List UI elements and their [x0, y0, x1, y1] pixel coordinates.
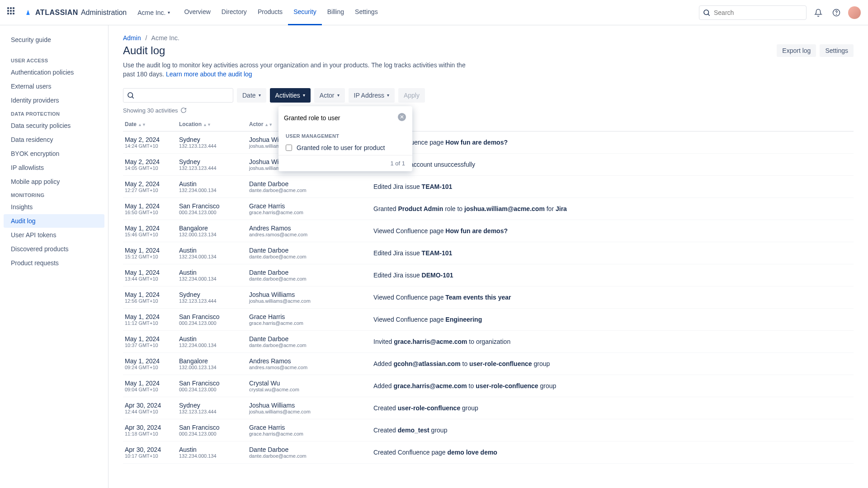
svg-point-0: [704, 10, 709, 15]
sidebar-item-mobile-app-policy[interactable]: Mobile app policy: [4, 175, 104, 188]
dropdown-section-header: USER MANAGEMENT: [278, 130, 412, 141]
dropdown-footer: 1 of 1: [278, 155, 412, 171]
table-row: May 1, 202413:44 GMT+10Austin132.234.000…: [123, 264, 854, 286]
filter-date[interactable]: Date▾: [237, 88, 266, 103]
activity-cell: Viewed Confluence page How fun are demos…: [373, 139, 852, 146]
col-date[interactable]: Date▲▼: [125, 121, 179, 127]
table-row: May 2, 202414:24 GMT+10Sydney132.123.123…: [123, 131, 854, 154]
filter-actor[interactable]: Actor▾: [314, 88, 345, 103]
audit-log-table: Date▲▼ Location▲▼ Actor▲▼ Activity May 2…: [123, 117, 854, 464]
topnav: ATLASSIAN Administration Acme Inc. ▾ Ove…: [0, 0, 868, 25]
brand-atlassian: ATLASSIAN: [35, 9, 78, 17]
sidebar-section: MONITORING: [4, 189, 104, 200]
option-checkbox[interactable]: [286, 145, 292, 151]
table-row: May 1, 202410:37 GMT+10Austin132.234.000…: [123, 331, 854, 353]
dropdown-option[interactable]: Granted role to user for product: [278, 141, 412, 155]
breadcrumb-admin[interactable]: Admin: [123, 34, 141, 42]
page-title: Audit log: [123, 44, 165, 57]
brand-admin: Administration: [81, 9, 127, 17]
sidebar-item-user-api-tokens[interactable]: User API tokens: [4, 228, 104, 242]
help-icon[interactable]: [830, 6, 843, 19]
sidebar-item-discovered-products[interactable]: Discovered products: [4, 242, 104, 256]
sidebar-item-audit-log[interactable]: Audit log: [4, 214, 104, 228]
option-label: Granted role to user for product: [297, 144, 385, 151]
chevron-down-icon: ▾: [303, 93, 305, 98]
chevron-down-icon: ▾: [387, 93, 389, 98]
topnav-tab-settings[interactable]: Settings: [349, 0, 383, 25]
export-log-button[interactable]: Export log: [777, 44, 816, 57]
org-switcher[interactable]: Acme Inc. ▾: [137, 9, 170, 16]
sidebar-item-ip-allowlists[interactable]: IP allowlists: [4, 161, 104, 174]
chevron-down-icon: ▾: [259, 93, 261, 98]
sidebar-item-identity-providers[interactable]: Identity providers: [4, 94, 104, 107]
col-activity: Activity: [373, 121, 852, 127]
sidebar-section: USER ACCESS: [4, 54, 104, 65]
table-row: May 1, 202415:12 GMT+10Austin132.234.000…: [123, 242, 854, 264]
sidebar-item-byok-encryption[interactable]: BYOK encryption: [4, 147, 104, 160]
org-name: Acme Inc.: [137, 9, 165, 16]
activity-cell: Viewed Confluence page How fun are demos…: [373, 227, 852, 235]
svg-point-4: [128, 93, 133, 98]
sidebar-item-data-security-policies[interactable]: Data security policies: [4, 119, 104, 132]
sidebar-item-external-users[interactable]: External users: [4, 80, 104, 93]
table-header: Date▲▼ Location▲▼ Actor▲▼ Activity: [123, 117, 854, 131]
topnav-search: [699, 5, 807, 20]
breadcrumb-org: Acme Inc.: [151, 34, 179, 42]
table-row: May 1, 202412:56 GMT+10Sydney132.123.123…: [123, 286, 854, 309]
svg-point-3: [836, 14, 837, 14]
refresh-icon[interactable]: [180, 107, 187, 113]
global-search-input[interactable]: [699, 5, 807, 20]
table-row: May 1, 202409:24 GMT+10Bangalore132.000.…: [123, 353, 854, 375]
filter-search: [123, 88, 233, 103]
activity-cell: Created Confluence page demo love demo: [373, 449, 852, 456]
filter-activities[interactable]: Activities▾: [270, 88, 311, 103]
sidebar-item-security-guide[interactable]: Security guide: [4, 33, 104, 47]
topnav-tab-directory[interactable]: Directory: [216, 0, 252, 25]
notifications-icon[interactable]: [812, 6, 825, 19]
svg-line-5: [132, 97, 134, 99]
sidebar-item-product-requests[interactable]: Product requests: [4, 256, 104, 270]
avatar[interactable]: [848, 6, 861, 19]
activity-cell: Viewed Confluence page Team events this …: [373, 294, 852, 301]
activity-cell: Logged in to account unsuccessfully: [373, 161, 852, 168]
breadcrumb: Admin / Acme Inc.: [123, 34, 854, 42]
table-row: May 1, 202411:12 GMT+10San Francisco000.…: [123, 309, 854, 331]
chevron-down-icon: ▾: [168, 10, 170, 15]
activity-cell: Created demo_test group: [373, 427, 852, 434]
activity-cell: Created user-role-confluence group: [373, 404, 852, 412]
table-row: May 1, 202415:46 GMT+10Bangalore132.000.…: [123, 220, 854, 242]
table-row: Apr 30, 202411:18 GMT+10San Francisco000…: [123, 419, 854, 441]
topnav-tab-security[interactable]: Security: [288, 0, 322, 25]
filter-ip[interactable]: IP Address▾: [349, 88, 395, 103]
activity-cell: Granted Product Admin role to joshua.wil…: [373, 205, 852, 212]
learn-more-link[interactable]: Learn more about the audit log: [166, 70, 252, 78]
sidebar-item-authentication-policies[interactable]: Authentication policies: [4, 66, 104, 79]
sidebar-section: DATA PROTECTION: [4, 108, 104, 118]
search-icon: [127, 91, 135, 101]
table-row: May 2, 202412:27 GMT+10Austin132.234.000…: [123, 176, 854, 198]
svg-line-1: [708, 14, 710, 16]
atlassian-logo-icon: [24, 8, 33, 17]
topnav-tab-overview[interactable]: Overview: [179, 0, 216, 25]
activity-cell: Added gcohn@atlassian.com to user-role-c…: [373, 360, 852, 367]
sidebar-item-data-residency[interactable]: Data residency: [4, 133, 104, 146]
topnav-tab-billing[interactable]: Billing: [322, 0, 349, 25]
topnav-tab-products[interactable]: Products: [252, 0, 288, 25]
table-row: May 1, 202409:04 GMT+10San Francisco000.…: [123, 375, 854, 397]
filter-search-input[interactable]: [123, 88, 233, 103]
activities-dropdown: ✕ USER MANAGEMENT Granted role to user f…: [278, 106, 412, 171]
col-location[interactable]: Location▲▼: [179, 121, 249, 127]
table-row: May 2, 202414:05 GMT+10Sydney132.123.123…: [123, 154, 854, 176]
app-switcher-icon[interactable]: [7, 7, 18, 18]
topnav-tabs: OverviewDirectoryProductsSecurityBilling…: [179, 0, 383, 25]
brand[interactable]: ATLASSIAN Administration: [24, 8, 127, 17]
search-icon: [703, 9, 711, 18]
filter-apply[interactable]: Apply: [398, 88, 425, 103]
clear-icon[interactable]: ✕: [398, 113, 406, 121]
settings-button[interactable]: Settings: [820, 44, 854, 57]
breadcrumb-sep: /: [146, 34, 147, 42]
filter-bar: Date▾ Activities▾ Actor▾ IP Address▾ App…: [123, 88, 854, 103]
sidebar-item-insights[interactable]: Insights: [4, 200, 104, 214]
activities-filter-input[interactable]: [284, 111, 407, 125]
activity-cell: Edited Jira issue DEMO-101: [373, 272, 852, 279]
